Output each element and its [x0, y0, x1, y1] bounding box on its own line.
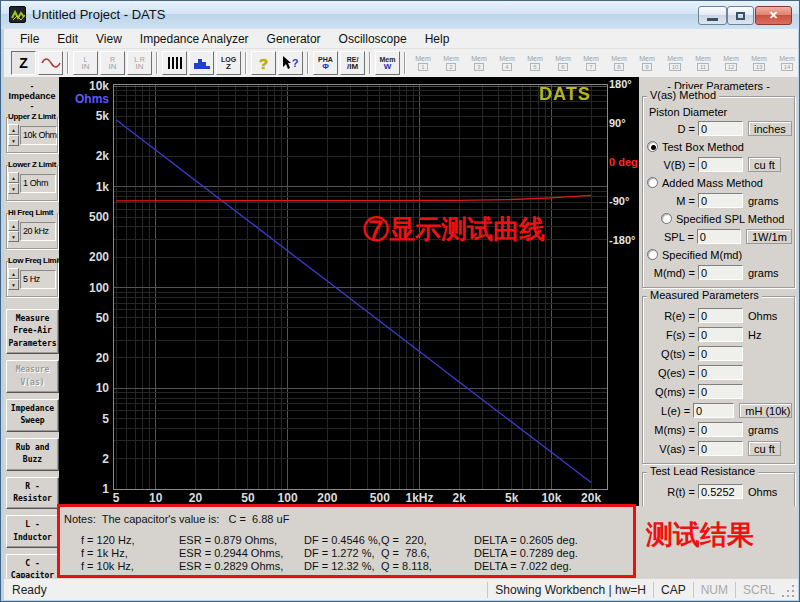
- vas-method-group: V(as) Method Piston DiameterD =0inchesTe…: [642, 96, 795, 288]
- context-help-button[interactable]: ?: [278, 51, 303, 75]
- spin-down-icon[interactable]: ▼: [8, 279, 19, 290]
- spin-down-icon[interactable]: ▼: [8, 231, 19, 242]
- l-inductor-button[interactable]: L - Inductor: [6, 515, 59, 548]
- spin-up-icon[interactable]: ▲: [8, 220, 19, 231]
- maximize-button[interactable]: [727, 6, 754, 25]
- radio-specified-m-md-[interactable]: [647, 249, 658, 260]
- limit-value-field[interactable]: 10k Ohm: [20, 126, 57, 145]
- parameter-input[interactable]: 0: [698, 365, 743, 380]
- parameter-input[interactable]: 0: [698, 193, 743, 208]
- measure-free-air-parameters-button[interactable]: Measure Free-Air Parameters: [6, 309, 59, 354]
- unit-button[interactable]: cu ft: [748, 441, 781, 456]
- title-bar[interactable]: Untitled Project - DATS ✕: [1, 1, 800, 29]
- memory-write-button[interactable]: MemW: [375, 51, 400, 75]
- toolbar-separator: [245, 52, 247, 74]
- spin-up-icon[interactable]: ▲: [8, 268, 19, 279]
- y-tick-label: 10k: [59, 79, 109, 93]
- y-tick-label: 200: [59, 250, 109, 264]
- memory-slot-11-button: Mem11: [690, 51, 716, 75]
- radio-test-box-method[interactable]: [647, 141, 658, 152]
- menu-oscilloscope[interactable]: Oscilloscope: [331, 30, 415, 48]
- resize-grip[interactable]: [782, 583, 796, 597]
- notes-cell: Q = 78.6,: [381, 547, 474, 559]
- parameter-input[interactable]: 0: [693, 403, 734, 418]
- unit-button[interactable]: cu ft: [748, 157, 781, 172]
- maximize-icon: [736, 12, 745, 20]
- limit-value-field[interactable]: 5 Hz: [20, 270, 56, 289]
- x-tick-label: 50: [228, 491, 268, 505]
- limit-group-label: Lower Z Limit: [8, 160, 57, 169]
- spinner-control: ▲▼: [8, 220, 19, 242]
- menu-help[interactable]: Help: [417, 30, 458, 48]
- spin-up-icon[interactable]: ▲: [8, 124, 19, 135]
- spinner-control: ▲▼: [8, 268, 19, 290]
- menu-edit[interactable]: Edit: [49, 30, 86, 48]
- minimize-button[interactable]: [698, 6, 727, 25]
- unit-button[interactable]: mH (10k): [739, 403, 792, 418]
- unit-button[interactable]: inches: [748, 121, 792, 136]
- parameter-label: SPL =: [645, 231, 697, 243]
- parameter-input[interactable]: 0: [698, 384, 743, 399]
- parameter-input[interactable]: 0: [698, 327, 743, 342]
- help-button[interactable]: ?: [251, 51, 276, 75]
- parameter-input[interactable]: 0: [698, 308, 743, 323]
- annotation-result-label: 测试结果: [646, 517, 754, 553]
- spin-down-icon[interactable]: ▼: [8, 183, 19, 194]
- close-button[interactable]: ✕: [755, 6, 792, 25]
- parameter-label: R(t) =: [645, 486, 698, 498]
- histogram-icon[interactable]: [189, 51, 214, 75]
- limit-value-field[interactable]: 1 Ohm: [20, 174, 56, 193]
- phase-tick-label: 0 deg: [609, 156, 639, 168]
- parameter-input[interactable]: 0: [698, 441, 743, 456]
- sine-generator-icon[interactable]: [38, 51, 63, 75]
- menu-generator[interactable]: Generator: [259, 30, 329, 48]
- menu-bar: FileEditViewImpedance AnalyzerGeneratorO…: [4, 29, 798, 49]
- log-z-button[interactable]: LOGZ: [216, 51, 241, 75]
- limit-value-field[interactable]: 20 kHz: [20, 222, 56, 241]
- impedance-panel: - Impedance - Upper Z Limit▲▼10k OhmLowe…: [4, 77, 59, 578]
- unit-button[interactable]: 1W/1m: [746, 229, 792, 244]
- status-scroll-lock: SCRL: [735, 582, 782, 598]
- r-resistor-button[interactable]: R - Resistor: [6, 477, 59, 510]
- notes-cell: DELTA = 0.7289 deg.: [474, 547, 578, 559]
- memory-slot-4-button: Mem4: [494, 51, 520, 75]
- parameter-row: M =0grams: [645, 192, 792, 209]
- unit-label: grams: [748, 424, 779, 436]
- toolbar: ZLINRINL RINLOGZ??PHAΦRE//IMMemWMem1Mem2…: [4, 49, 798, 77]
- parameter-row: M(md) =0grams: [645, 264, 792, 281]
- menu-impedance-analyzer[interactable]: Impedance Analyzer: [132, 30, 257, 48]
- parameter-label: L(e) =: [645, 405, 693, 417]
- memory-slot-14-button: Mem14: [774, 51, 798, 75]
- app-icon: [9, 6, 26, 23]
- menu-view[interactable]: View: [88, 30, 130, 48]
- parameter-input[interactable]: 0: [697, 229, 741, 244]
- parameter-input[interactable]: 0: [698, 157, 743, 172]
- measured-parameters-group-label: Measured Parameters: [647, 289, 762, 301]
- radio-label: Specified M(md): [662, 249, 742, 261]
- notes-cell: ESR = 0.2829 Ohms,: [179, 560, 304, 572]
- spectrum-bars-icon[interactable]: [162, 51, 187, 75]
- stereo-input-button: L RIN: [127, 51, 152, 75]
- parameter-input[interactable]: 0.5252: [698, 484, 743, 499]
- phase-button[interactable]: PHAΦ: [313, 51, 338, 75]
- parameter-input[interactable]: 0: [698, 422, 743, 437]
- x-tick-label: 1kHz: [400, 491, 440, 505]
- toolbar-separator: [67, 52, 69, 74]
- parameter-input[interactable]: 0: [698, 265, 743, 280]
- impedance-z-button[interactable]: Z: [11, 51, 36, 75]
- notes-summary: Notes: The capacitor's value is: C = 6.8…: [64, 513, 289, 525]
- radio-specified-spl-method[interactable]: [661, 213, 672, 224]
- re-im-button[interactable]: RE//IM: [340, 51, 365, 75]
- notes-cell: f = 10k Hz,: [81, 560, 179, 572]
- menu-file[interactable]: File: [12, 30, 47, 48]
- y-tick-label: 10: [59, 381, 109, 395]
- radio-added-mass-method[interactable]: [647, 177, 658, 188]
- parameter-input[interactable]: 0: [698, 121, 743, 136]
- spin-up-icon[interactable]: ▲: [8, 172, 19, 183]
- spin-down-icon[interactable]: ▼: [8, 135, 19, 146]
- impedance-sweep-button[interactable]: Impedance Sweep: [6, 399, 59, 432]
- phase-tick-label: 90°: [609, 117, 639, 129]
- parameter-input[interactable]: 0: [698, 346, 743, 361]
- y-tick-label: 2k: [59, 149, 109, 163]
- rub-and-buzz-button[interactable]: Rub and Buzz: [6, 438, 59, 471]
